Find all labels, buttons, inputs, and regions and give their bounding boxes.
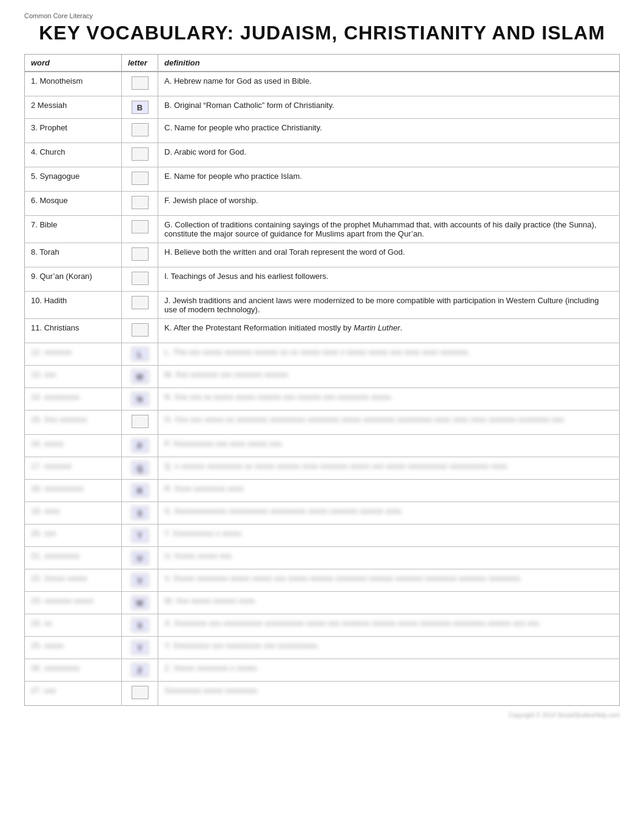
word-cell-blurred: 17. xxxxxxx [25,457,122,480]
table-row: 5. SynagogueE. Name for people who pract… [25,167,620,192]
letter-cell[interactable] [122,72,158,96]
definition-cell: B. Original “Roman Catholic” form of Chr… [158,96,620,119]
page-title: KEY VOCABULARY: JUDAISM, CHRISTIANITY AN… [24,22,620,44]
col-header-definition: DEFINITION [158,55,620,72]
word-cell-blurred: 16. xxxxx [25,435,122,457]
letter-cell[interactable]: B [122,96,158,119]
definition-cell-blurred: V. Xxxxx xxxxxxxx xxxxx xxxxx xxx xxxxx … [158,569,620,592]
table-row-blurred: 26. xxxxxxxxxZZ. Xxxxx xxxxxxxx x xxxxx. [25,659,620,682]
letter-cell-blurred: Y [122,637,158,659]
definition-cell-blurred: N. Xxx xxx xx xxxxx xxxxx xxxxxx xxx xxx… [158,388,620,411]
definition-cell-blurred: O. Xxx xxx xxxxx xx xxxxxxxx xxxxxxxxx x… [158,411,620,435]
word-cell-blurred: 27. xxx [25,682,122,706]
word-cell-blurred: 23. xxxxxxx xxxxx [25,592,122,614]
letter-cell[interactable] [122,192,158,216]
word-cell: 6. Mosque [25,192,122,216]
definition-cell-blurred: W. Xxx xxxxx xxxxxx xxxx. [158,592,620,614]
letter-cell-blurred: U [122,547,158,569]
definition-cell-blurred: M. Xxx xxxxxxx xxx xxxxxxx xxxxxx. [158,366,620,388]
word-cell: 3. Prophet [25,119,122,143]
table-row-blurred: 22. Xxxxx xxxxxVV. Xxxxx xxxxxxxx xxxxx … [25,569,620,592]
letter-cell-blurred: L [122,343,158,366]
definition-cell: D. Arabic word for God. [158,143,620,167]
definition-cell: I. Teachings of Jesus and his earliest f… [158,267,620,292]
table-row-blurred: 23. xxxxxxx xxxxxWW. Xxx xxxxx xxxxxx xx… [25,592,620,614]
letter-cell[interactable] [122,292,158,319]
table-row-blurred: 12. xxxxxxxLL. The xxx xxxxx xxxxxxx xxx… [25,343,620,366]
letter-cell-blurred: Z [122,659,158,682]
word-cell: 10. Hadith [25,292,122,319]
definition-cell-blurred: U. Xxxxx xxxxx xxx. [158,547,620,569]
letter-cell-blurred: V [122,569,158,592]
word-cell: 11. Christians [25,319,122,343]
word-cell-blurred: 26. xxxxxxxxx [25,659,122,682]
letter-cell-blurred: Q [122,457,158,480]
definition-cell: C. Name for people who practice Christia… [158,119,620,143]
letter-cell-blurred [122,411,158,435]
letter-cell-blurred: N [122,388,158,411]
definition-cell-blurred: Xxxxxxxxx xxxxx xxxxxxxx. [158,682,620,706]
table-row-blurred: 18. xxxxxxxxxxRR. Xxxx xxxxxxxx xxxx. [25,480,620,502]
definition-cell-blurred: Y. Xxxxxxxxx xxx xxxxxxxxx xxx xxxxxxxxx… [158,637,620,659]
table-row: 10. HadithJ. Jewish traditions and ancie… [25,292,620,319]
word-cell-blurred: 19. xxxx [25,502,122,525]
letter-cell[interactable] [122,216,158,243]
vocab-table: WORD LETTER DEFINITION 1. MonotheismA. H… [24,54,620,706]
table-row-blurred: 21. xxxxxxxxxUU. Xxxxx xxxxx xxx. [25,547,620,569]
word-cell-blurred: 20. xxx [25,525,122,547]
word-cell-blurred: 13. xxx [25,366,122,388]
table-row: 1. MonotheismA. Hebrew name for God as u… [25,72,620,96]
table-row-blurred: 17. xxxxxxxQQ. x xxxxxx xxxxxxxxx xx xxx… [25,457,620,480]
word-cell-blurred: 25. xxxxx [25,637,122,659]
letter-cell[interactable] [122,143,158,167]
word-cell-blurred: 22. Xxxxx xxxxx [25,569,122,592]
word-cell: 5. Synagogue [25,167,122,192]
definition-cell: G. Collection of traditions containing s… [158,216,620,243]
definition-cell-blurred: L. The xxx xxxxx xxxxxxx xxxxxx xx xx xx… [158,343,620,366]
letter-cell[interactable] [122,243,158,267]
copyright: Copyright © 2014 SocialStudiesHelp.com [24,712,620,719]
definition-cell-blurred: P. Xxxxxxxxxx xxx xxxx xxxxx xxx. [158,435,620,457]
table-row: 7. BibleG. Collection of traditions cont… [25,216,620,243]
letter-cell-blurred: W [122,592,158,614]
word-cell-blurred: 12. xxxxxxx [25,343,122,366]
table-row: 4. ChurchD. Arabic word for God. [25,143,620,167]
table-row-blurred: 13. xxxMM. Xxx xxxxxxx xxx xxxxxxx xxxxx… [25,366,620,388]
word-cell: 9. Qur’an (Koran) [25,267,122,292]
letter-cell-blurred: T [122,525,158,547]
letter-cell[interactable] [122,119,158,143]
letter-cell[interactable] [122,167,158,192]
table-row-blurred: 25. xxxxxYY. Xxxxxxxxx xxx xxxxxxxxx xxx… [25,637,620,659]
letter-cell-blurred: M [122,366,158,388]
definition-cell-blurred: Q. x xxxxxx xxxxxxxxx xx xxxxx xxxxxx xx… [158,457,620,480]
table-row-blurred: 19. xxxxSS. Xxxxxxxxxxxxx xxxxxxxxxx xxx… [25,502,620,525]
table-row-blurred: 24. xxXX. Xxxxxxxx xxx xxxxxxxxxx xxxxxx… [25,614,620,637]
definition-cell: K. After the Protestant Reformation init… [158,319,620,343]
word-cell-blurred: 24. xx [25,614,122,637]
table-row: 8. TorahH. Believe both the written and … [25,243,620,267]
common-core-label: Common Core Literacy [24,12,620,19]
definition-cell-blurred: R. Xxxx xxxxxxxx xxxx. [158,480,620,502]
letter-cell[interactable] [122,319,158,343]
definition-cell: A. Hebrew name for God as used in Bible. [158,72,620,96]
word-cell: 4. Church [25,143,122,167]
definition-cell: H. Believe both the written and oral Tor… [158,243,620,267]
table-row: 11. ChristiansK. After the Protestant Re… [25,319,620,343]
word-cell: 2 Messiah [25,96,122,119]
letter-cell-blurred: R [122,480,158,502]
definition-cell: F. Jewish place of worship. [158,192,620,216]
letter-cell-blurred: S [122,502,158,525]
letter-cell[interactable] [122,267,158,292]
definition-cell-blurred: Z. Xxxxx xxxxxxxx x xxxxx. [158,659,620,682]
definition-cell-blurred: S. Xxxxxxxxxxxxx xxxxxxxxxx xxxxxxxxx xx… [158,502,620,525]
definition-cell-blurred: T. Xxxxxxxxxx x xxxxx. [158,525,620,547]
letter-cell-blurred [122,682,158,706]
page: Common Core Literacy KEY VOCABULARY: JUD… [0,0,644,743]
word-cell-blurred: 18. xxxxxxxxxx [25,480,122,502]
table-row-blurred: 20. xxxTT. Xxxxxxxxxx x xxxxx. [25,525,620,547]
word-cell-blurred: 21. xxxxxxxxx [25,547,122,569]
col-header-letter: LETTER [122,55,158,72]
word-cell: 7. Bible [25,216,122,243]
definition-cell: J. Jewish traditions and ancient laws we… [158,292,620,319]
table-row: 9. Qur’an (Koran)I. Teachings of Jesus a… [25,267,620,292]
